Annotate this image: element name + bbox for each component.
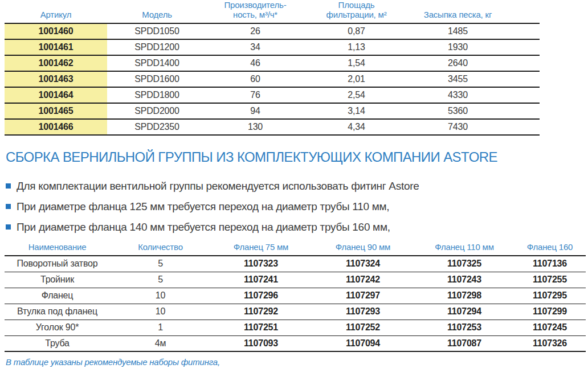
cell-part-number: 1107093 <box>211 335 311 351</box>
spec-table-header: Артикул Модель Производитель- ность, м³/… <box>5 0 540 23</box>
cell-sand-fill: 2640 <box>409 55 540 71</box>
cell-model: SPDD1050 <box>107 23 207 39</box>
cell-capacity: 60 <box>207 71 304 87</box>
spec-table: Артикул Модель Производитель- ность, м³/… <box>5 0 540 136</box>
table-row: Втулка под фланец 10 1107292 1107293 110… <box>5 304 586 320</box>
table-row: 1001461 SPDD1200 34 1,13 1930 <box>5 39 540 55</box>
cell-filter-area: 3,14 <box>304 103 409 119</box>
table-row: Поворотный затвор 5 1107323 1107324 1107… <box>5 256 586 272</box>
table-row: 1001464 SPDD1800 76 2,54 4330 <box>5 87 540 103</box>
column-header-article: Артикул <box>5 0 107 23</box>
cell-quantity: 10 <box>110 288 211 304</box>
cell-sand-fill: 1485 <box>409 23 540 39</box>
cell-part-number: 1107296 <box>211 288 311 304</box>
cell-part-number: 1107242 <box>311 272 415 288</box>
cell-model: SPDD1400 <box>107 55 207 71</box>
column-header-model: Модель <box>107 0 207 23</box>
cell-quantity: 1 <box>110 320 211 335</box>
cell-part-number: 1107253 <box>415 320 514 335</box>
cell-part-number: 1107241 <box>211 272 311 288</box>
cell-name: Фланец <box>5 288 110 304</box>
bullet-square-icon <box>6 224 11 230</box>
table-row: Тройник 5 1107241 1107242 1107243 110725… <box>5 272 586 288</box>
cell-part-number: 1107251 <box>211 320 311 335</box>
cell-part-number: 1107136 <box>514 256 586 272</box>
table-row: Уголок 90* 1 1107251 1107252 1107253 110… <box>5 320 586 335</box>
cell-sand-fill: 4330 <box>409 87 540 103</box>
cell-part-number: 1107245 <box>514 320 586 335</box>
column-header-quantity: Количество <box>110 242 211 256</box>
cell-part-number: 1107292 <box>211 304 311 320</box>
cell-part-number: 1107293 <box>311 304 415 320</box>
cell-filter-area: 4,34 <box>304 119 409 135</box>
cell-article: 1001463 <box>5 71 107 87</box>
cell-quantity: 4м <box>110 335 211 351</box>
list-item: Для комплектации вентильной группы реком… <box>6 181 586 191</box>
fittings-table-header: Наименование Количество Фланец 75 мм Фла… <box>5 242 586 256</box>
cell-article: 1001464 <box>5 87 107 103</box>
table-row: Фланец 10 1107296 1107297 1107298 110729… <box>5 288 586 304</box>
cell-part-number: 1107324 <box>311 256 415 272</box>
bullet-text: При диаметре фланца 125 мм требуется пер… <box>17 201 389 212</box>
bullet-list: Для комплектации вентильной группы реком… <box>6 181 586 232</box>
cell-filter-area: 1,13 <box>304 39 409 55</box>
cell-part-number: 1107255 <box>514 272 586 288</box>
cell-filter-area: 1,54 <box>304 55 409 71</box>
cell-model: SPDD2350 <box>107 119 207 135</box>
cell-article: 1001460 <box>5 23 107 39</box>
column-header-flange160: Фланец 160 <box>514 242 586 256</box>
cell-sand-fill: 3455 <box>409 71 540 87</box>
table-row: 1001462 SPDD1400 46 1,54 2640 <box>5 55 540 71</box>
cell-sand-fill: 1930 <box>409 39 540 55</box>
cell-capacity: 46 <box>207 55 304 71</box>
cell-article: 1001461 <box>5 39 107 55</box>
cell-model: SPDD1600 <box>107 71 207 87</box>
cell-name: Втулка под фланец <box>5 304 110 320</box>
cell-name: Труба <box>5 335 110 351</box>
cell-part-number: 1107295 <box>514 288 586 304</box>
cell-filter-area: 0,87 <box>304 23 409 39</box>
cell-name: Уголок 90* <box>5 320 110 335</box>
bullet-text: Для комплектации вентильной группы реком… <box>17 181 419 191</box>
cell-capacity: 34 <box>207 39 304 55</box>
cell-capacity: 94 <box>207 103 304 119</box>
bullet-text: При диаметре фланца 140 мм требуется пер… <box>17 222 390 232</box>
cell-capacity: 130 <box>207 119 304 135</box>
table-footnote: В таблице указаны рекомендуемые наборы ф… <box>6 357 586 367</box>
cell-model: SPDD2000 <box>107 103 207 119</box>
column-header-flange90: Фланец 90 мм <box>311 242 415 256</box>
cell-part-number: 1107326 <box>514 335 586 351</box>
list-item: При диаметре фланца 125 мм требуется пер… <box>6 201 586 212</box>
cell-part-number: 1107252 <box>311 320 415 335</box>
table-row: 1001465 SPDD2000 94 3,14 5360 <box>5 103 540 119</box>
table-row: 1001463 SPDD1600 60 2,01 3455 <box>5 71 540 87</box>
cell-capacity: 76 <box>207 87 304 103</box>
table-row: Труба 4м 1107093 1107094 1107087 1107326 <box>5 335 586 351</box>
cell-part-number: 1107094 <box>311 335 415 351</box>
cell-model: SPDD1200 <box>107 39 207 55</box>
cell-article: 1001462 <box>5 55 107 71</box>
column-header-capacity: Производитель- ность, м³/ч* <box>207 0 304 23</box>
list-item: При диаметре фланца 140 мм требуется пер… <box>6 222 586 232</box>
cell-article: 1001465 <box>5 103 107 119</box>
cell-model: SPDD1800 <box>107 87 207 103</box>
table-row: 1001466 SPDD2350 130 4,34 7430 <box>5 119 540 135</box>
column-header-sand-fill: Засыпка песка, кг <box>409 0 540 23</box>
cell-part-number: 1107298 <box>415 288 514 304</box>
column-header-filter-area: Площадь фильтрации, м² <box>304 0 409 23</box>
column-header-name: Наименование <box>5 242 110 256</box>
cell-name: Поворотный затвор <box>5 256 110 272</box>
section-title: СБОРКА ВЕРНИЛЬНОЙ ГРУППЫ ИЗ КОМПЛЕКТУЮЩИ… <box>6 149 586 165</box>
cell-quantity: 10 <box>110 304 211 320</box>
cell-quantity: 5 <box>110 256 211 272</box>
cell-part-number: 1107294 <box>415 304 514 320</box>
cell-quantity: 5 <box>110 272 211 288</box>
cell-filter-area: 2,54 <box>304 87 409 103</box>
column-header-flange75: Фланец 75 мм <box>211 242 311 256</box>
fittings-table: Наименование Количество Фланец 75 мм Фла… <box>5 242 586 352</box>
bullet-square-icon <box>6 183 11 189</box>
cell-name: Тройник <box>5 272 110 288</box>
cell-article: 1001466 <box>5 119 107 135</box>
cell-part-number: 1107299 <box>514 304 586 320</box>
cell-sand-fill: 7430 <box>409 119 540 135</box>
